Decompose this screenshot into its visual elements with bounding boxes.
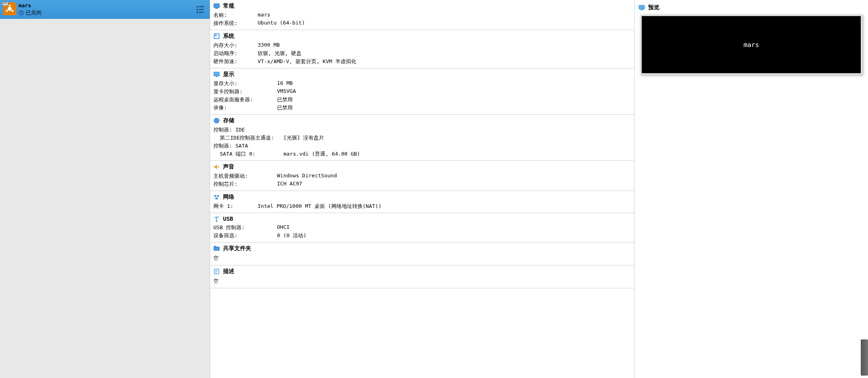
- vm-details-panel: 常规 名称:mars 操作系统:Ubuntu (64-bit) 系统 内存大小:…: [210, 0, 634, 378]
- value-audio-chip: ICH AC97: [277, 181, 302, 188]
- section-display: 显示 显存大小:16 MB 显卡控制器:VMSVGA 远程桌面服务器:已禁用 录…: [210, 68, 634, 115]
- storage-ctrl-sata: 控制器: SATA: [213, 142, 248, 150]
- value-accel: VT-x/AMD-V, 嵌套分页, KVM 半虚拟化: [258, 58, 356, 65]
- section-header-system[interactable]: 系统: [213, 32, 631, 41]
- display-icon: [213, 71, 220, 78]
- audio-icon: [213, 164, 220, 170]
- preview-vm-name: mars: [744, 41, 759, 49]
- label-memory: 内存大小:: [213, 42, 258, 49]
- svg-point-0: [8, 7, 12, 11]
- label-audio-chip: 控制芯片:: [213, 181, 277, 188]
- section-system: 系统 内存大小:3300 MB 启动顺序:软驱, 光驱, 硬盘 硬件加速:VT-…: [210, 30, 634, 68]
- section-description: 描述 空: [210, 265, 634, 288]
- arch-badge: 64: [2, 2, 8, 6]
- value-usb-ctrl: OHCI: [277, 224, 289, 231]
- value-nic: Intel PRO/1000 MT 桌面 (网络地址转换(NAT)): [258, 203, 382, 210]
- svg-point-3: [12, 10, 14, 12]
- vm-os-icon: 64: [3, 2, 16, 15]
- preview-icon: [639, 4, 645, 11]
- section-header-general[interactable]: 常规: [213, 2, 631, 11]
- preview-panel: 预览 mars: [634, 0, 868, 378]
- label-recording: 录像:: [213, 104, 277, 111]
- svg-line-16: [217, 197, 218, 198]
- value-ide-channel: [光驱] 没有盘片: [283, 134, 324, 142]
- vm-status-text: 已关闭: [26, 9, 41, 16]
- label-nic: 网卡 1:: [213, 203, 258, 210]
- svg-point-1: [9, 5, 11, 7]
- svg-rect-21: [215, 217, 215, 218]
- section-header-desc[interactable]: 描述: [213, 267, 631, 277]
- value-usb-filter: 0 (0 活动): [277, 232, 306, 239]
- svg-rect-30: [641, 10, 643, 10]
- list-view-toggle-icon[interactable]: [195, 5, 205, 14]
- label-sata-port: SATA 端口 0:: [220, 150, 283, 158]
- value-vram: 16 MB: [277, 80, 293, 87]
- general-icon: [213, 3, 220, 9]
- value-audio-drv: Windows DirectSound: [277, 173, 337, 180]
- section-storage: 存储 控制器: IDE 第二IDE控制器主通道:[光驱] 没有盘片 控制器: S…: [210, 115, 634, 161]
- svg-rect-8: [214, 72, 219, 76]
- label-accel: 硬件加速:: [213, 58, 258, 65]
- value-os: Ubuntu (64-bit): [258, 20, 305, 27]
- power-icon: [19, 10, 24, 16]
- preview-header: 预览: [639, 3, 864, 14]
- svg-point-17: [216, 220, 217, 222]
- section-header-network[interactable]: 网络: [213, 193, 631, 202]
- label-vram: 显存大小:: [213, 80, 277, 87]
- value-name: mars: [258, 12, 270, 19]
- section-header-audio[interactable]: 声音: [213, 162, 631, 172]
- vm-name: mars: [19, 2, 195, 8]
- svg-rect-6: [214, 4, 219, 8]
- section-general: 常规 名称:mars 操作系统:Ubuntu (64-bit): [210, 0, 634, 30]
- usb-icon: [213, 216, 220, 222]
- value-recording: 已禁用: [277, 104, 293, 111]
- svg-rect-9: [216, 76, 217, 77]
- section-usb: USB USB 控制器:OHCI 设备筛选:0 (0 活动): [210, 213, 634, 242]
- svg-point-2: [6, 10, 8, 12]
- svg-rect-14: [215, 198, 218, 199]
- label-gfx-ctrl: 显卡控制器:: [213, 88, 277, 95]
- value-shared: 空: [213, 254, 631, 263]
- svg-point-22: [218, 216, 219, 217]
- label-name: 名称:: [213, 12, 258, 19]
- label-audio-drv: 主机音频驱动:: [213, 173, 277, 180]
- value-desc: 空: [213, 277, 631, 286]
- value-rdp: 已禁用: [277, 96, 293, 103]
- label-usb-filter: 设备筛选:: [213, 232, 277, 239]
- svg-rect-24: [214, 246, 216, 247]
- value-gfx-ctrl: VMSVGA: [277, 88, 296, 95]
- section-audio: 声音 主机音频驱动:Windows DirectSound 控制芯片:ICH A…: [210, 161, 634, 191]
- label-ide-channel: 第二IDE控制器主通道:: [220, 134, 283, 142]
- vertical-scrollbar[interactable]: [861, 339, 868, 376]
- svg-line-15: [215, 197, 217, 198]
- svg-rect-13: [217, 195, 219, 197]
- svg-rect-29: [639, 5, 645, 9]
- svg-rect-12: [214, 195, 216, 197]
- storage-icon: [213, 117, 220, 124]
- value-boot: 软驱, 光驱, 硬盘: [258, 50, 302, 57]
- section-header-usb[interactable]: USB: [213, 215, 631, 224]
- storage-ctrl-ide: 控制器: IDE: [213, 126, 245, 134]
- description-icon: [213, 268, 220, 275]
- section-header-storage[interactable]: 存储: [213, 116, 631, 126]
- section-network: 网络 网卡 1:Intel PRO/1000 MT 桌面 (网络地址转换(NAT…: [210, 191, 634, 213]
- label-boot: 启动顺序:: [213, 50, 258, 57]
- section-header-shared[interactable]: 共享文件夹: [213, 244, 631, 254]
- section-shared-folders: 共享文件夹 空: [210, 242, 634, 265]
- vm-list-sidebar: 64 mars 已关闭: [0, 0, 210, 378]
- section-header-display[interactable]: 显示: [213, 70, 631, 80]
- svg-rect-7: [215, 8, 218, 8]
- value-memory: 3300 MB: [258, 42, 280, 49]
- system-icon: [213, 33, 220, 39]
- label-rdp: 远程桌面服务器:: [213, 96, 277, 103]
- network-icon: [213, 194, 220, 200]
- value-sata-port: mars.vdi (普通, 64.00 GB): [283, 150, 360, 158]
- shared-folder-icon: [213, 245, 220, 252]
- vm-list-item[interactable]: 64 mars 已关闭: [0, 0, 210, 19]
- preview-thumbnail[interactable]: mars: [640, 14, 862, 75]
- svg-point-11: [216, 120, 217, 121]
- label-os: 操作系统:: [213, 20, 258, 27]
- label-usb-ctrl: USB 控制器:: [213, 224, 277, 231]
